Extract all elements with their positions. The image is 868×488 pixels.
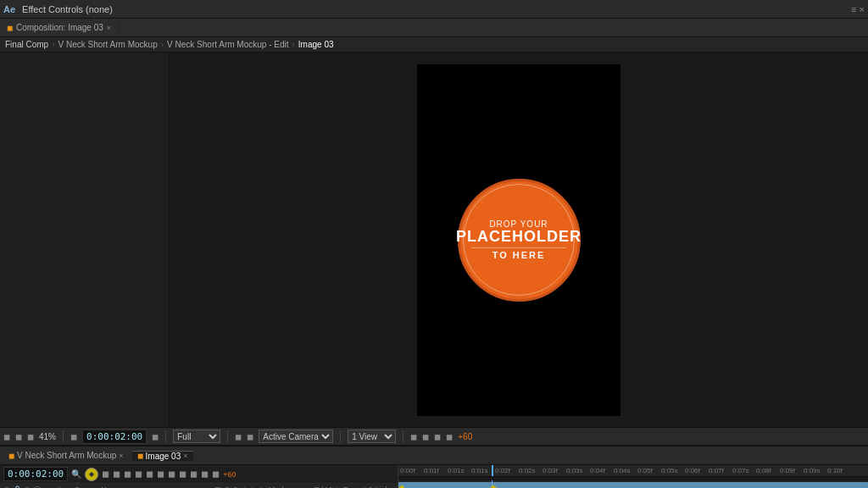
timeline-ctrl-icon-11[interactable]: ◼ bbox=[212, 469, 220, 480]
timeline-tab-mockup-label: V Neck Short Arm Mockup bbox=[17, 451, 116, 460]
timeline-tab-bar: ◼ V Neck Short Arm Mockup × ◼ Image 03 × bbox=[0, 446, 868, 465]
tab-composition-close[interactable]: × bbox=[107, 24, 111, 32]
ruler-6: 0:03f bbox=[542, 467, 558, 474]
timeline-ctrl-icon-3[interactable]: ◼ bbox=[124, 469, 131, 480]
ruler-8: 0:04f bbox=[590, 467, 605, 474]
timeline-section: ◼ V Neck Short Arm Mockup × ◼ Image 03 ×… bbox=[0, 446, 868, 488]
toolbar-icon-8: ◼ bbox=[410, 432, 417, 441]
toolbar-icon-11: ◼ bbox=[446, 432, 453, 441]
timeline-tab-image03-close[interactable]: × bbox=[183, 452, 187, 460]
ruler-17: 0:09s bbox=[804, 467, 821, 474]
timeline-layers: 0:00:02:00 🔍 ◆ ◼ ◼ ◼ ◼ ◼ ◼ ◼ ◼ ◼ ◼ ◼ +60 bbox=[0, 465, 398, 488]
breadcrumb-item-4[interactable]: Image 03 bbox=[298, 40, 334, 49]
col-header-parent: Parent & Link bbox=[343, 485, 394, 489]
timeline-body: 0:00:02:00 🔍 ◆ ◼ ◼ ◼ ◼ ◼ ◼ ◼ ◼ ◼ ◼ ◼ +60 bbox=[0, 465, 868, 488]
timeline-ruler: 0:00f 0:01f 0:01s 0:01s 0:02f 0:02s 0:03… bbox=[398, 465, 868, 477]
view-select[interactable]: 1 View 2 Views bbox=[348, 430, 396, 443]
timeline-tab-mockup-close[interactable]: × bbox=[119, 452, 123, 460]
timeline-tracks: 0:00f 0:01f 0:01s 0:01s 0:02f 0:02s 0:03… bbox=[398, 465, 868, 488]
ruler-13: 0:07f bbox=[709, 467, 724, 474]
breadcrumb-item-1[interactable]: Final Comp bbox=[5, 40, 48, 49]
timeline-ctrl-icon-10[interactable]: ◼ bbox=[201, 469, 209, 480]
placeholder-badge: DROP YOUR PLACEHOLDER TO HERE bbox=[458, 179, 581, 302]
toolbar-icon-7: ◼ bbox=[247, 432, 253, 441]
toolbar-icon-3: ◼ bbox=[27, 432, 34, 441]
toolbar-icon-10: ◼ bbox=[434, 432, 441, 441]
timeline-track-area bbox=[398, 480, 868, 488]
keyframe-start bbox=[398, 485, 405, 488]
divider-1 bbox=[63, 430, 64, 442]
ruler-15: 0:08f bbox=[756, 467, 771, 474]
camera-select[interactable]: Active Camera bbox=[259, 430, 333, 443]
timeline-ctrl-icon-8[interactable]: ◼ bbox=[179, 469, 186, 480]
badge-placeholder-text: PLACEHOLDER bbox=[456, 229, 581, 246]
toolbar-icon-9: ◼ bbox=[422, 432, 429, 441]
keyframe-mid bbox=[490, 485, 497, 488]
divider-4 bbox=[340, 430, 341, 442]
tab-composition-label: Composition: Image 03 bbox=[16, 23, 103, 32]
tab-composition[interactable]: ◼ Composition: Image 03 × bbox=[0, 19, 119, 36]
top-bar: Ae Effect Controls (none) ≡ × bbox=[0, 0, 868, 19]
toolbar-icon-12: +60 bbox=[458, 432, 472, 441]
col-header-source: Source Name bbox=[75, 485, 211, 489]
ruler-4: 0:02f bbox=[495, 467, 510, 474]
ruler-12: 0:06f bbox=[685, 467, 700, 474]
divider-5 bbox=[403, 430, 403, 442]
keyframe-navigator[interactable]: ◆ bbox=[85, 468, 98, 481]
ruler-18: 0:10f bbox=[827, 467, 843, 474]
timeline-tab-image03[interactable]: ◼ Image 03 × bbox=[132, 451, 193, 461]
track-bar bbox=[398, 482, 868, 488]
ruler-14: 0:07s bbox=[732, 467, 749, 474]
ruler-5: 0:02s bbox=[519, 467, 536, 474]
timeline-ctrl-icon-9[interactable]: ◼ bbox=[190, 469, 198, 480]
ruler-0: 0:00f bbox=[400, 467, 415, 474]
breadcrumb-sep-2: › bbox=[161, 40, 164, 49]
col-header-icons: ◎ 🔒 ◉ ◯ bbox=[3, 485, 54, 489]
timeline-ctrl-label: +60 bbox=[223, 470, 236, 479]
left-panel bbox=[0, 53, 170, 427]
ruler-2: 0:01s bbox=[448, 467, 465, 474]
badge-drop-your-text: DROP YOUR bbox=[489, 219, 548, 229]
toolbar-icon-4: ◼ bbox=[70, 432, 77, 441]
resolution-select[interactable]: Full Half Quarter bbox=[173, 430, 220, 443]
composition-viewer: DROP YOUR PLACEHOLDER TO HERE bbox=[417, 64, 620, 416]
panel-icons: ≡ × bbox=[851, 4, 865, 14]
timeline-ctrl-icon-1[interactable]: ◼ bbox=[102, 469, 109, 480]
main-layout: DROP YOUR PLACEHOLDER TO HERE bbox=[0, 53, 868, 427]
divider-2 bbox=[165, 430, 166, 442]
viewer-timecode[interactable]: 0:00:02:00 bbox=[82, 430, 147, 444]
keyframe-navigator-icon: ◆ bbox=[89, 470, 94, 478]
timeline-ctrl-icon-5[interactable]: ◼ bbox=[146, 469, 153, 480]
tab-bar: ◼ Composition: Image 03 × bbox=[0, 19, 868, 37]
ruler-9: 0:04s bbox=[614, 467, 631, 474]
layer-column-headers: ◎ 🔒 ◉ ◯ # Source Name ⊞ ◉ ⊕ ◈ ✦ ◇ Mode T… bbox=[0, 484, 398, 488]
breadcrumb-sep-3: › bbox=[292, 40, 294, 49]
ae-logo: Ae bbox=[3, 4, 15, 14]
toolbar-zoom[interactable]: 41% bbox=[39, 432, 56, 441]
comp-icon: ◼ bbox=[7, 24, 13, 32]
col-header-trk: TrkMat bbox=[314, 485, 340, 489]
ruler-11: 0:05s bbox=[661, 467, 678, 474]
col-header-num: # bbox=[58, 485, 71, 489]
timeline-tab-mockup[interactable]: ◼ V Neck Short Arm Mockup × bbox=[3, 451, 129, 460]
ruler-7: 0:03s bbox=[566, 467, 583, 474]
breadcrumb-item-2[interactable]: V Neck Short Arm Mockup bbox=[58, 40, 157, 49]
timeline-ctrl-icon-2[interactable]: ◼ bbox=[113, 469, 120, 480]
ruler-1: 0:01f bbox=[424, 467, 439, 474]
timeline-timecode[interactable]: 0:00:02:00 bbox=[3, 467, 68, 481]
toolbar-icon-5: ◼ bbox=[152, 432, 159, 441]
toolbar-icon-2: ◼ bbox=[15, 432, 22, 441]
viewer-toolbar: ◼ ◼ ◼ 41% ◼ 0:00:02:00 ◼ Full Half Quart… bbox=[0, 427, 868, 446]
search-icon[interactable]: 🔍 bbox=[71, 469, 81, 479]
timeline-ctrl-icon-4[interactable]: ◼ bbox=[135, 469, 142, 480]
col-header-mode: Mode bbox=[269, 485, 311, 489]
badge-divider bbox=[471, 247, 565, 248]
timeline-tab-image03-label: Image 03 bbox=[146, 452, 181, 461]
effect-controls-title: Effect Controls (none) bbox=[22, 4, 113, 14]
breadcrumb-item-3[interactable]: V Neck Short Arm Mockup - Edit bbox=[167, 40, 288, 49]
viewer-area: DROP YOUR PLACEHOLDER TO HERE bbox=[170, 53, 868, 427]
timeline-ctrl-icon-7[interactable]: ◼ bbox=[168, 469, 175, 480]
timeline-ctrl-icon-6[interactable]: ◼ bbox=[157, 469, 164, 480]
breadcrumb-sep-1: › bbox=[52, 40, 54, 49]
ruler-marks: 0:00f 0:01f 0:01s 0:01s 0:02f 0:02s 0:03… bbox=[398, 465, 868, 475]
